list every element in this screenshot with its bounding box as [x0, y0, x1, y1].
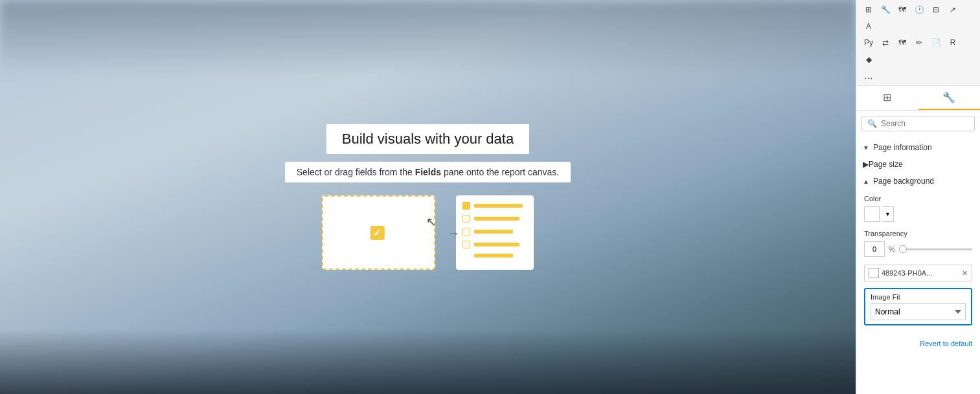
cursor-icon: ↖ — [426, 215, 436, 229]
canvas-blur-bottom — [0, 329, 856, 394]
canvas-title-box: Build visuals with your data — [326, 124, 529, 154]
illus-bar-4 — [474, 243, 519, 246]
map2-icon[interactable]: 🗺 — [895, 36, 909, 50]
revert-to-default-link[interactable]: Revert to default — [856, 337, 980, 350]
page-background-chevron: ▲ — [863, 178, 869, 185]
search-icon: 🔍 — [867, 119, 877, 128]
illus-bar-1 — [474, 204, 523, 208]
page-background-content: Color ▼ Transparency % 489243-PH0A... ✕ — [856, 190, 980, 337]
tab-visualizations-icon: ⊞ — [883, 91, 891, 104]
canvas-illustration: ✓ → ↖ — [322, 195, 534, 270]
tab-format[interactable]: 🔧 — [918, 86, 981, 110]
image-file-close-button[interactable]: ✕ — [962, 269, 968, 278]
illus-row-5 — [462, 254, 527, 257]
tab-format-icon: 🔧 — [942, 91, 955, 104]
canvas-title: Build visuals with your data — [342, 131, 514, 148]
r-icon[interactable]: R — [946, 36, 960, 50]
edit-icon[interactable]: ✏ — [912, 36, 926, 50]
search-input[interactable] — [881, 119, 969, 128]
icon-row-2: Py ⇄ 🗺 ✏ 📄 R ◆ — [861, 36, 975, 67]
illus-row-1 — [462, 202, 527, 210]
section-page-background[interactable]: ▲ Page background — [856, 173, 980, 190]
illus-arrow: → — [447, 225, 460, 240]
illus-check-2 — [462, 215, 470, 223]
filter-icon[interactable]: 🔧 — [878, 3, 893, 17]
image-fit-section: Image Fit Normal Fit Fill Tile — [864, 288, 972, 325]
map-icon[interactable]: 🗺 — [895, 3, 909, 17]
page-icon[interactable]: 📄 — [929, 36, 943, 50]
canvas-blur-top — [0, 0, 856, 78]
illus-row-2 — [462, 215, 527, 223]
page-size-chevron: ▶ — [863, 160, 869, 169]
image-file-row: 489243-PH0A... ✕ — [864, 265, 972, 281]
transparency-row: % — [864, 241, 972, 257]
illus-row-4 — [462, 241, 527, 248]
section-page-size[interactable]: ▶ Page size — [856, 156, 980, 173]
page-background-label: Page background — [873, 177, 934, 186]
image-file-name: 489243-PH0A... — [882, 269, 959, 277]
text-icon[interactable]: A — [861, 19, 876, 34]
py-icon[interactable]: Py — [861, 36, 876, 50]
right-panel: ⊞ 🔧 🗺 🕐 ⊟ ↗ A Py ⇄ 🗺 ✏ 📄 R ◆ ... ⊞ 🔧 🔍 — [856, 0, 980, 394]
split-icon[interactable]: ⇄ — [878, 36, 893, 50]
canvas-subtitle: Select or drag fields from the Fields pa… — [297, 167, 559, 177]
more-options-dots[interactable]: ... — [861, 69, 975, 83]
search-box: 🔍 — [861, 116, 975, 131]
subtitle-prefix: Select or drag fields from the — [297, 167, 415, 177]
report-canvas: Build visuals with your data Select or d… — [0, 0, 856, 394]
transparency-slider[interactable] — [899, 248, 972, 250]
illus-left-panel: ✓ → — [322, 195, 435, 270]
illus-checkmark: ✓ — [370, 226, 384, 240]
color-label: Color — [864, 195, 972, 202]
color-swatch[interactable] — [864, 206, 880, 222]
transparency-percent: % — [889, 245, 895, 253]
transparency-label: Transparency — [864, 230, 972, 237]
subtitle-bold: Fields — [415, 167, 441, 177]
illus-bar-2 — [474, 217, 519, 221]
tab-visualizations[interactable]: ⊞ — [856, 86, 918, 110]
image-fit-label: Image Fit — [871, 293, 966, 301]
transparency-input[interactable] — [864, 241, 885, 257]
canvas-subtitle-box: Select or drag fields from the Fields pa… — [285, 162, 571, 182]
panel-body: ▼ Page information ▶ Page size ▲ Page ba… — [856, 137, 980, 394]
page-information-chevron: ▼ — [863, 144, 869, 151]
illus-check-4 — [462, 241, 470, 248]
canvas-content: Build visuals with your data Select or d… — [285, 124, 571, 270]
toolbar-icons: ⊞ 🔧 🗺 🕐 ⊟ ↗ A Py ⇄ 🗺 ✏ 📄 R ◆ ... — [856, 0, 980, 86]
table-icon[interactable]: ⊞ — [861, 3, 876, 17]
color-dropdown-button[interactable]: ▼ — [882, 206, 894, 222]
image-fit-select[interactable]: Normal Fit Fill Tile — [871, 303, 966, 320]
subtitle-suffix: pane onto the report canvas. — [441, 167, 559, 177]
illus-row-3 — [462, 228, 527, 235]
tab-row: ⊞ 🔧 — [856, 86, 980, 111]
illus-bar-3 — [474, 230, 513, 234]
illus-right-panel — [456, 195, 534, 270]
transparency-slider-thumb — [899, 245, 907, 253]
arrow-icon[interactable]: ↗ — [946, 3, 960, 17]
image-file-icon — [869, 268, 879, 278]
page-information-label: Page information — [873, 143, 932, 152]
illus-bar-5 — [474, 254, 513, 257]
section-page-information[interactable]: ▼ Page information — [856, 139, 980, 156]
illus-check-3 — [462, 228, 470, 235]
color-picker-row: ▼ — [864, 206, 972, 222]
clock-icon[interactable]: 🕐 — [912, 3, 926, 17]
page-size-label: Page size — [869, 160, 903, 169]
illus-check-1 — [462, 202, 470, 210]
grid-icon[interactable]: ⊟ — [929, 3, 943, 17]
icon-row-1: ⊞ 🔧 🗺 🕐 ⊟ ↗ A — [861, 3, 975, 34]
ai-icon[interactable]: ◆ — [861, 52, 876, 67]
